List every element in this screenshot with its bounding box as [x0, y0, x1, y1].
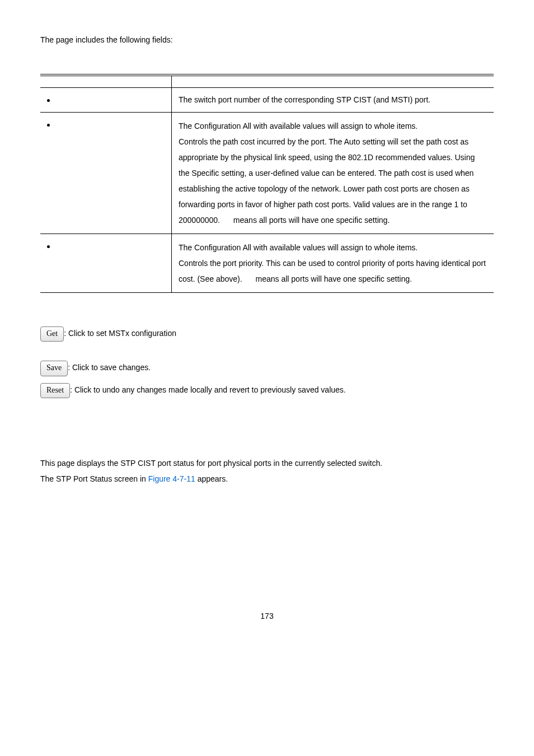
table-row: The Configuration All with available val… — [40, 234, 494, 292]
row3-line3: means all ports will have one specific s… — [256, 274, 412, 283]
table-header-object — [40, 75, 172, 88]
reset-text: : Click to undo any changes made locally… — [70, 385, 346, 394]
row1-desc: The switch port number of the correspond… — [179, 95, 430, 104]
row2-line3: means all ports will have one specific s… — [233, 216, 390, 225]
row-desc-cell: The switch port number of the correspond… — [172, 88, 494, 112]
row-object-cell — [40, 234, 172, 292]
table-header-description — [172, 75, 494, 88]
row2-line2: Controls the path cost incurred by the p… — [179, 137, 475, 225]
bullet-icon — [47, 245, 50, 248]
page-number: 173 — [40, 610, 494, 622]
row-desc-cell: The Configuration All with available val… — [172, 234, 494, 292]
row-object-cell — [40, 88, 172, 112]
save-button[interactable]: Save — [40, 361, 68, 376]
intro-text: The page includes the following fields: — [40, 34, 494, 46]
figure-link[interactable]: Figure 4-7-11 — [148, 474, 195, 483]
get-button[interactable]: Get — [40, 326, 64, 342]
port-status-section: This page displays the STP CIST port sta… — [40, 455, 494, 487]
bullet-icon — [47, 124, 50, 127]
bullet-icon — [47, 99, 50, 102]
row-object-cell — [40, 112, 172, 234]
row2-line1: The Configuration All with available val… — [179, 122, 418, 130]
section-line1: This page displays the STP CIST port sta… — [40, 455, 494, 471]
table-row: The switch port number of the correspond… — [40, 88, 494, 112]
section-line2-a: The STP Port Status screen in — [40, 474, 148, 483]
section-line2-b: appears. — [195, 474, 228, 483]
row3-line1: The Configuration All with available val… — [179, 243, 418, 252]
save-text: : Click to save changes. — [68, 363, 151, 372]
table-row: The Configuration All with available val… — [40, 112, 494, 234]
buttons-block: Get: Click to set MSTx configuration Sav… — [40, 326, 494, 398]
fields-table: The switch port number of the correspond… — [40, 74, 494, 292]
get-text: : Click to set MSTx configuration — [64, 329, 176, 338]
reset-button[interactable]: Reset — [40, 383, 70, 398]
row-desc-cell: The Configuration All with available val… — [172, 112, 494, 234]
